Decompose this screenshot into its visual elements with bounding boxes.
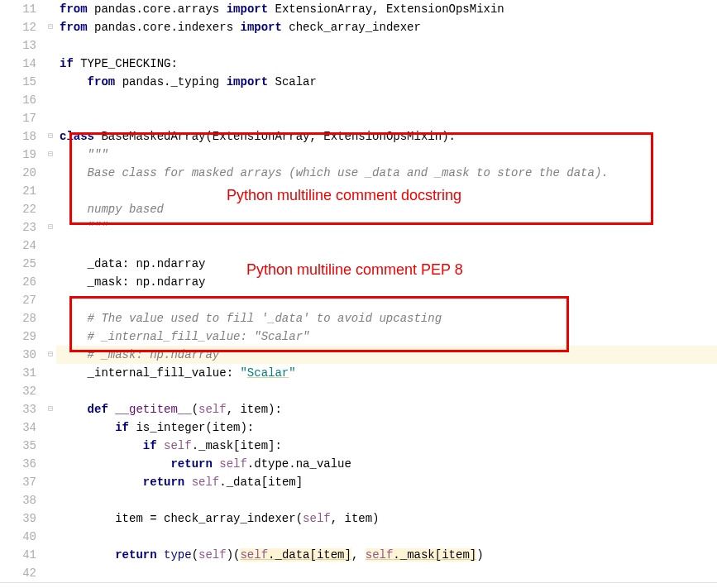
code-line[interactable]: _internal_fill_value: "Scalar": [56, 364, 717, 382]
token: check_array_indexer: [164, 512, 296, 525]
line-number: 37: [0, 473, 36, 491]
line-number: 19: [0, 146, 36, 164]
line-number: 32: [0, 382, 36, 400]
token: ndarray: [157, 275, 206, 289]
fold-toggle[interactable]: ⊟: [45, 218, 56, 237]
fold-toggle: [45, 164, 56, 182]
code-line[interactable]: _data: np.ndarray: [56, 255, 717, 273]
token: import: [240, 21, 289, 34]
code-line[interactable]: numpy based: [56, 200, 717, 218]
token: def: [88, 403, 116, 416]
code-line[interactable]: # _internal_fill_value: "Scalar": [56, 327, 717, 346]
token: .: [192, 439, 198, 452]
token: _data: [227, 476, 261, 489]
token: [60, 439, 143, 452]
token: [60, 421, 115, 434]
code-line[interactable]: if self._mask[item]:: [56, 437, 717, 455]
code-line[interactable]: return self._data[item]: [56, 473, 717, 491]
token: item: [240, 439, 268, 452]
code-line[interactable]: [56, 564, 717, 582]
token: [: [310, 548, 317, 562]
line-number: 40: [0, 528, 36, 546]
code-line[interactable]: [56, 491, 717, 509]
fold-toggle[interactable]: ⊟: [45, 146, 56, 164]
token: item: [268, 476, 296, 489]
code-line[interactable]: _mask: np.ndarray: [56, 273, 717, 291]
code-line[interactable]: [56, 382, 717, 400]
fold-toggle: [45, 200, 56, 218]
fold-toggle: [45, 528, 56, 546]
code-editor[interactable]: 1112131415161718192021222324252627282930…: [0, 0, 717, 582]
code-line[interactable]: class BaseMaskedArray(ExtensionArray, Ex…: [56, 127, 717, 146]
token: item: [60, 512, 150, 525]
code-line[interactable]: [56, 291, 717, 309]
token: _data: [275, 548, 309, 562]
fold-gutter[interactable]: ⊟⊟⊟⊟⊟⊟: [45, 0, 56, 582]
code-line[interactable]: """: [56, 146, 717, 164]
token: Scalar: [247, 366, 289, 380]
token: _typing: [170, 75, 226, 88]
code-area[interactable]: from pandas.core.arrays import Extension…: [56, 0, 717, 582]
token: .: [170, 2, 177, 16]
token: _mask: [60, 275, 122, 289]
token: _mask: [198, 439, 233, 452]
fold-toggle: [45, 273, 56, 291]
code-line[interactable]: if is_integer(item):: [56, 418, 717, 437]
code-line[interactable]: from pandas.core.arrays import Extension…: [56, 0, 717, 18]
token: (: [192, 548, 198, 562]
line-number: 12: [0, 18, 36, 36]
token: ): [476, 548, 483, 562]
token: ,: [372, 2, 386, 16]
token: item: [317, 548, 345, 562]
fold-toggle: [45, 36, 56, 55]
token: _data: [60, 257, 122, 270]
line-number: 29: [0, 327, 36, 346]
code-line[interactable]: def __getitem__(self, item):: [56, 400, 717, 418]
line-number: 35: [0, 437, 36, 455]
line-number: 11: [0, 0, 36, 18]
code-line[interactable]: [56, 237, 717, 255]
code-line[interactable]: item = check_array_indexer(self, item): [56, 509, 717, 528]
code-line[interactable]: from pandas._typing import Scalar: [56, 73, 717, 91]
fold-toggle: [45, 255, 56, 273]
code-line[interactable]: from pandas.core.indexers import check_a…: [56, 18, 717, 36]
code-line[interactable]: return type(self)(self._data[item], self…: [56, 546, 717, 564]
code-line[interactable]: # _mask: np.ndarray: [56, 346, 717, 364]
code-line[interactable]: if TYPE_CHECKING:: [56, 55, 717, 73]
fold-toggle: [45, 382, 56, 400]
code-line[interactable]: Base class for masked arrays (which use …: [56, 164, 717, 182]
line-number: 21: [0, 182, 36, 200]
line-number: 17: [0, 109, 36, 127]
code-line[interactable]: [56, 36, 717, 55]
token: # _mask: np.ndarray: [60, 348, 219, 361]
fold-toggle[interactable]: ⊟: [45, 18, 56, 36]
token: from: [60, 21, 94, 34]
code-line[interactable]: [56, 109, 717, 127]
code-line[interactable]: [56, 91, 717, 109]
token: item: [213, 421, 241, 434]
line-number: 23: [0, 218, 36, 237]
token: :: [227, 366, 241, 380]
code-line[interactable]: # The value used to fill '_data' to avoi…: [56, 309, 717, 327]
token: from: [88, 75, 122, 88]
token: ):: [240, 421, 254, 434]
fold-toggle[interactable]: ⊟: [45, 346, 56, 364]
fold-toggle[interactable]: ⊟: [45, 400, 56, 418]
fold-toggle[interactable]: ⊟: [45, 127, 56, 146]
token: is_integer: [136, 421, 205, 434]
code-line[interactable]: [56, 182, 717, 200]
code-line[interactable]: return self.dtype.na_value: [56, 455, 717, 473]
token: self: [366, 548, 394, 562]
token: .: [136, 21, 142, 34]
line-number: 36: [0, 455, 36, 473]
fold-toggle: [45, 73, 56, 91]
code-line[interactable]: """: [56, 218, 717, 237]
code-line[interactable]: [56, 528, 717, 546]
token: ,: [227, 403, 241, 416]
token: :: [122, 275, 136, 289]
fold-toggle: [45, 237, 56, 255]
token: ": [289, 366, 295, 380]
fold-toggle: [45, 291, 56, 309]
token: [: [261, 476, 268, 489]
token: :: [122, 257, 136, 270]
